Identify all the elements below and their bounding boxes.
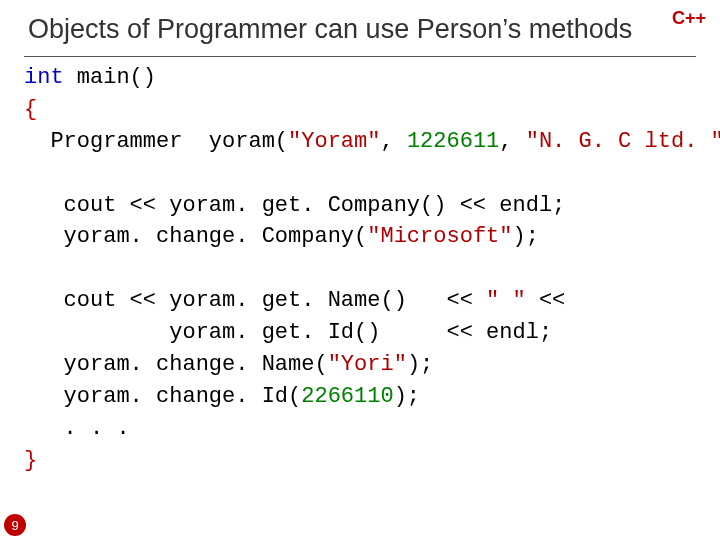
code-blank (24, 161, 37, 186)
code-blank (24, 256, 37, 281)
code-text: yoram. change. Name( (24, 352, 328, 377)
slide-title: Objects of Programmer can use Person’s m… (28, 14, 632, 45)
cpp-badge: C++ (672, 8, 706, 29)
code-keyword: int (24, 65, 64, 90)
code-text: yoram. get. Id() << endl; (24, 320, 552, 345)
code-text: << (526, 288, 566, 313)
code-brace: } (24, 448, 37, 473)
code-text: , (499, 129, 525, 154)
code-string: "Microsoft" (367, 224, 512, 249)
code-text: cout << yoram. get. Name() << (24, 288, 486, 313)
code-string: "Yori" (328, 352, 407, 377)
code-string: " " (486, 288, 526, 313)
code-string: "N. G. C ltd. " (526, 129, 720, 154)
code-number: 2266110 (301, 384, 393, 409)
code-text: Programmer yoram( (24, 129, 288, 154)
code-text: . . . (24, 416, 130, 441)
code-block: int main() { Programmer yoram("Yoram", 1… (24, 62, 696, 477)
code-text: , (380, 129, 406, 154)
code-text: cout << yoram. get. Company() << endl; (24, 193, 565, 218)
code-text: yoram. change. Company( (24, 224, 367, 249)
code-text: main() (64, 65, 156, 90)
code-brace: { (24, 97, 37, 122)
page-number: 9 (11, 518, 18, 533)
code-text: yoram. change. Id( (24, 384, 301, 409)
slide: C++ Objects of Programmer can use Person… (0, 0, 720, 540)
page-number-badge: 9 (4, 514, 26, 536)
title-divider (24, 56, 696, 57)
code-text: ); (394, 384, 420, 409)
code-text: ); (407, 352, 433, 377)
code-string: "Yoram" (288, 129, 380, 154)
code-text: ); (513, 224, 539, 249)
code-number: 1226611 (407, 129, 499, 154)
